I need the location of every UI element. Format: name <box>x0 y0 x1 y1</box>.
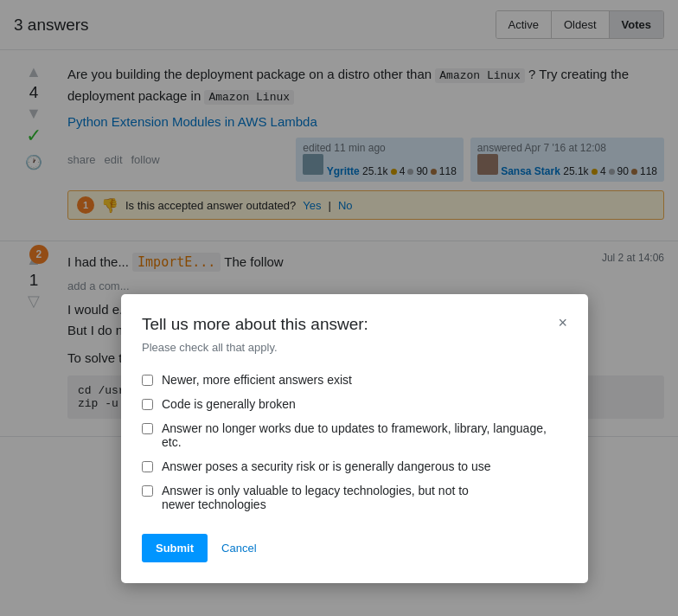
option-label-4: Answer poses a security risk or is gener… <box>162 459 491 473</box>
checkbox-4[interactable] <box>142 461 153 472</box>
option-label-5: Answer is only valuable to legacy techno… <box>162 484 469 511</box>
modal-option-4: Answer poses a security risk or is gener… <box>142 454 567 478</box>
page-wrapper: 3 answers Active Oldest Votes ▲ 4 ▼ ✓ 🕐 … <box>0 0 678 616</box>
modal-title: Tell us more about this answer: <box>142 315 368 334</box>
checkbox-1[interactable] <box>142 375 153 386</box>
modal-options: Newer, more efficient answers exist Code… <box>142 368 567 517</box>
modal-close-btn[interactable]: × <box>558 315 567 330</box>
modal-option-5: Answer is only valuable to legacy techno… <box>142 478 567 517</box>
checkbox-5[interactable] <box>142 485 153 497</box>
checkbox-2[interactable] <box>142 399 153 410</box>
modal-actions: Submit Cancel <box>142 534 567 562</box>
submit-btn[interactable]: Submit <box>142 534 208 562</box>
modal-box: Tell us more about this answer: × Please… <box>121 294 588 583</box>
option-label-1: Newer, more efficient answers exist <box>162 373 352 387</box>
modal-option-2: Code is generally broken <box>142 392 567 416</box>
cancel-btn[interactable]: Cancel <box>214 534 263 562</box>
modal-subtitle: Please check all that apply. <box>142 341 567 354</box>
option-label-3: Answer no longer works due to updates to… <box>162 421 567 449</box>
checkbox-3[interactable] <box>142 423 153 434</box>
option-label-2: Code is generally broken <box>162 397 296 411</box>
modal-option-3: Answer no longer works due to updates to… <box>142 416 567 454</box>
modal-option-1: Newer, more efficient answers exist <box>142 368 567 392</box>
modal-header: Tell us more about this answer: × <box>142 315 567 334</box>
